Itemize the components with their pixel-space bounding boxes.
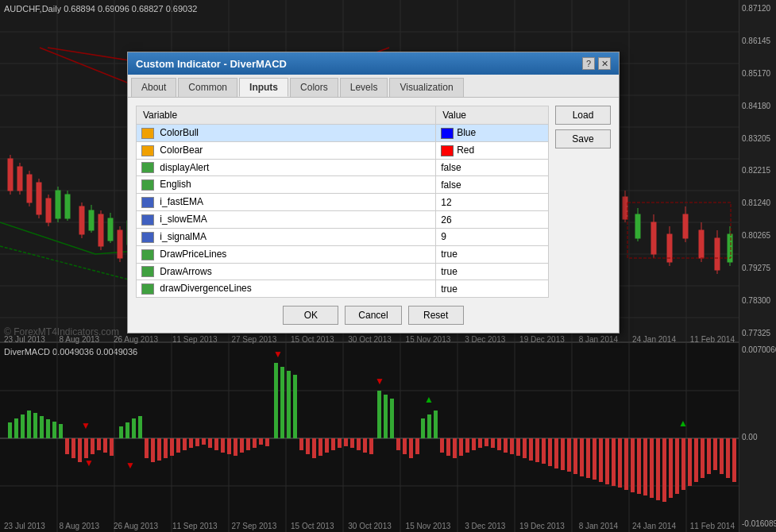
svg-rect-280 xyxy=(618,438,622,488)
tab-visualization[interactable]: Visualization xyxy=(389,78,463,97)
svg-rect-207 xyxy=(434,411,438,438)
svg-rect-239 xyxy=(319,438,322,456)
svg-rect-199 xyxy=(280,367,284,438)
svg-rect-297 xyxy=(726,438,730,478)
price-label: 0.77325 xyxy=(742,329,774,337)
svg-rect-259 xyxy=(485,438,488,446)
dialog-title: Custom Indicator - DiverMACD xyxy=(136,58,287,70)
svg-rect-208 xyxy=(65,438,69,454)
svg-rect-273 xyxy=(573,438,577,474)
oscillator-value: 0.0070066 xyxy=(742,345,774,354)
svg-rect-192 xyxy=(52,422,56,438)
table-row[interactable]: ColorBull Blue xyxy=(137,125,549,142)
svg-rect-203 xyxy=(384,395,388,438)
save-button[interactable]: Save xyxy=(555,129,611,148)
svg-rect-286 xyxy=(656,438,660,500)
svg-rect-214 xyxy=(103,438,107,453)
row-variable: i_fastEMA xyxy=(137,194,436,211)
svg-rect-274 xyxy=(580,438,584,476)
svg-rect-197 xyxy=(138,416,142,438)
row-value: 9 xyxy=(436,228,549,245)
table-row[interactable]: i_signalMA 9 xyxy=(137,228,549,245)
row-icon-green xyxy=(141,162,154,173)
svg-rect-253 xyxy=(446,438,450,456)
table-row[interactable]: drawDivergenceLines true xyxy=(137,280,549,298)
svg-text:▼: ▼ xyxy=(375,376,384,387)
row-value: 12 xyxy=(436,194,549,211)
svg-rect-210 xyxy=(78,438,82,462)
row-value: false xyxy=(436,159,549,176)
svg-rect-198 xyxy=(274,363,278,438)
svg-text:▼: ▼ xyxy=(125,460,135,471)
svg-rect-229 xyxy=(227,438,231,454)
table-row[interactable]: English false xyxy=(137,176,549,194)
svg-rect-278 xyxy=(605,438,609,484)
svg-rect-240 xyxy=(325,438,329,453)
svg-rect-200 xyxy=(287,371,291,438)
bottom-buttons: OK Cancel Reset xyxy=(136,306,611,325)
cancel-button[interactable]: Cancel xyxy=(345,306,401,325)
row-value: true xyxy=(436,280,549,298)
svg-rect-277 xyxy=(599,438,603,482)
reset-button[interactable]: Reset xyxy=(408,306,464,325)
svg-rect-292 xyxy=(694,438,698,482)
table-row[interactable]: i_fastEMA 12 xyxy=(137,194,549,211)
tab-common[interactable]: Common xyxy=(178,78,237,97)
color-swatch-blue[interactable] xyxy=(441,128,454,139)
right-axis-bottom: 0.0070066 0.00 -0.016089 xyxy=(739,341,776,532)
svg-rect-185 xyxy=(8,422,12,438)
svg-rect-271 xyxy=(561,438,565,470)
svg-rect-293 xyxy=(701,438,705,478)
svg-rect-258 xyxy=(478,438,482,448)
tab-about[interactable]: About xyxy=(131,78,176,97)
oscillator-svg: ▼ ▼ ▼ ▼ ▲ ▼ ▲ xyxy=(0,343,739,532)
svg-rect-296 xyxy=(720,438,724,474)
tab-levels[interactable]: Levels xyxy=(340,78,388,97)
svg-rect-212 xyxy=(91,438,95,454)
svg-rect-251 xyxy=(415,438,419,454)
close-button[interactable]: ✕ xyxy=(598,57,611,70)
col-variable-header: Variable xyxy=(137,106,436,125)
svg-rect-248 xyxy=(396,438,400,450)
svg-rect-295 xyxy=(713,438,717,470)
help-button[interactable]: ? xyxy=(582,57,595,70)
svg-rect-218 xyxy=(157,438,161,461)
tab-inputs[interactable]: Inputs xyxy=(239,78,288,97)
row-variable: ColorBull xyxy=(137,125,436,142)
svg-rect-247 xyxy=(369,438,373,454)
row-icon-green xyxy=(141,266,154,277)
oscillator-date-labels: 23 Jul 2013 8 Aug 2013 26 Aug 2013 11 Se… xyxy=(0,520,739,532)
svg-rect-209 xyxy=(71,438,75,458)
row-value: false xyxy=(436,176,549,194)
price-label: 0.87120 xyxy=(742,4,774,13)
table-row[interactable]: displayAlert false xyxy=(137,159,549,176)
svg-rect-269 xyxy=(548,438,552,466)
svg-rect-283 xyxy=(637,438,641,494)
row-value: Blue xyxy=(436,125,549,142)
row-variable: drawDivergenceLines xyxy=(137,280,436,298)
row-icon-green xyxy=(141,283,154,295)
row-icon-green xyxy=(141,249,154,260)
svg-rect-243 xyxy=(344,438,348,446)
svg-rect-255 xyxy=(459,438,463,456)
table-row[interactable]: DrawPriceLines true xyxy=(137,245,549,263)
dialog-content: Variable Value ColorBull Blue xyxy=(128,98,619,333)
table-row[interactable]: ColorBear Red xyxy=(137,141,549,159)
price-label: 0.85170 xyxy=(742,69,774,78)
svg-rect-238 xyxy=(312,438,316,458)
svg-rect-241 xyxy=(331,438,335,450)
titlebar-buttons: ? ✕ xyxy=(582,57,611,70)
row-icon-green xyxy=(141,179,154,191)
price-label: 0.79275 xyxy=(742,264,774,272)
table-row[interactable]: DrawArrows true xyxy=(137,263,549,280)
color-swatch-red[interactable] xyxy=(441,145,454,156)
svg-rect-201 xyxy=(293,375,297,438)
price-label: 0.86145 xyxy=(742,37,774,45)
svg-rect-244 xyxy=(350,438,354,448)
tab-colors[interactable]: Colors xyxy=(290,78,338,97)
load-button[interactable]: Load xyxy=(555,106,611,125)
table-row[interactable]: i_slowEMA 26 xyxy=(137,211,549,229)
ok-button[interactable]: OK xyxy=(283,306,338,325)
svg-rect-245 xyxy=(357,438,361,450)
price-label: 0.78300 xyxy=(742,296,774,305)
